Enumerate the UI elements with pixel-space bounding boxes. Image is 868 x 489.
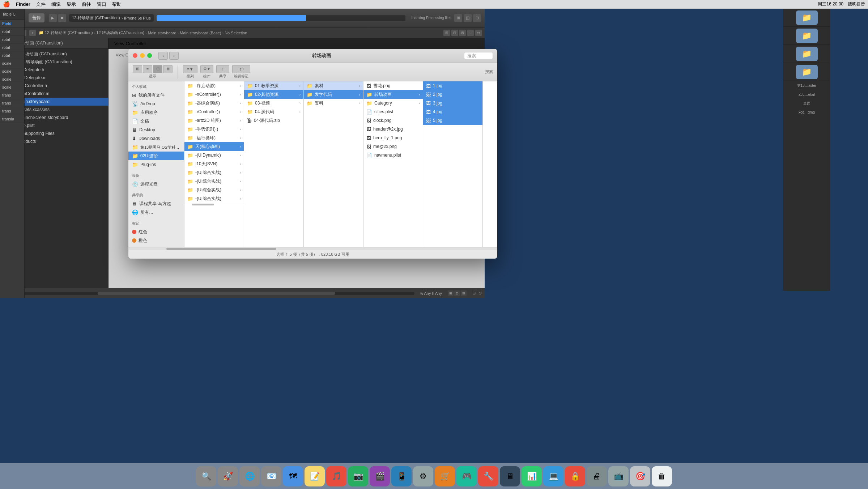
dock-icon-trash[interactable]: 🗑 [652,466,672,486]
col-item[interactable]: 🖼 header@2x.jpg [363,125,423,133]
col-item[interactable]: 🗜 04-源代码.zip [244,116,303,125]
sidebar-13period[interactable]: 📁 第13期黑马iOS学科… [128,143,184,152]
layout-btn1[interactable]: ⊞ [448,290,454,296]
col-item[interactable]: 📁 -(UI综合实战) › [184,177,244,186]
sidebar-remote-disk[interactable]: 💿 远程光盘 [128,180,184,188]
sidebar-all-files[interactable]: ⊞ 我的所有文件 [128,91,184,99]
finder-fullscreen-btn[interactable] [147,53,152,58]
menu-go[interactable]: 前往 [82,1,91,8]
dock-icon-app5[interactable]: 📊 [522,466,542,486]
layout-btn2[interactable]: ⊡ [454,290,460,296]
dock-icon-app8[interactable]: 📺 [608,466,629,486]
dock-icon-app4[interactable]: 🖥 [500,466,520,486]
sidebar-shared-course[interactable]: 🖥 课程共享-马方超 [128,199,184,208]
action-btn[interactable]: ⚙▼ [200,65,213,73]
menu-help[interactable]: 帮助 [112,1,122,8]
finder-scrollbar-h[interactable] [128,247,497,250]
col-item[interactable]: 🖼 me@2x.png [363,142,423,151]
dock-icon-app9[interactable]: 🎯 [630,466,650,486]
col-item-selected[interactable]: 📁 02-其他资源 › [244,90,303,99]
dock-icon-app1[interactable]: 🛒 [435,466,455,486]
col-item[interactable]: 🖼 雪花.png [363,81,423,90]
col-item-selected-1[interactable]: 🖼 1.jpg [423,81,482,90]
col-item[interactable]: 📁 素材 › [304,81,363,90]
right-folder-3[interactable]: 📁 [783,45,830,63]
nav-action3[interactable]: ⊠ [459,30,466,36]
menu-finder[interactable]: Finder [16,1,30,7]
finder-minimize-btn[interactable] [140,53,145,58]
finder-forward-btn[interactable]: › [169,52,179,60]
build-btn[interactable]: ⏹ [58,14,66,22]
col-item[interactable]: 📁 -nController)) › [184,90,244,99]
nav-action4[interactable]: ↔ [467,30,474,36]
bottom-right-btn[interactable]: ⊞ [472,291,476,295]
dock-icon-app3[interactable]: 🔧 [478,466,498,486]
nav-action1[interactable]: ⊞ [443,30,450,36]
col-item[interactable]: 📁 -器综合演练) › [184,99,244,107]
xcode-stop-button[interactable]: 暂停 [29,13,44,22]
sidebar-tag-red[interactable]: 红色 [128,228,184,236]
menu-window[interactable]: 窗口 [97,1,106,8]
right-folder-2[interactable]: 📁 [783,27,830,45]
dock-icon-photos[interactable]: 📷 [348,466,368,486]
view-list-btn[interactable]: ≡ [143,65,152,73]
col-item-selected[interactable]: 📁 天(核心动画) › [184,142,244,151]
dock-icon-prefs[interactable]: ⚙ [413,466,433,486]
dock-icon-xcode[interactable]: 💻 [543,466,563,486]
col-item[interactable]: 📁 -rController)) › [184,107,244,116]
sidebar-downloads[interactable]: ⬇ Downloads [128,134,184,143]
sidebar-applications[interactable]: 📁 应用程序 [128,108,184,117]
finder-close-btn[interactable] [133,53,137,58]
bottom-scrollbar[interactable] [18,292,414,295]
col-item[interactable]: 🖼 clock.png [363,116,423,125]
sidebar-plugins[interactable]: 📁 Plug-ins [128,160,184,169]
dock-icon-safari[interactable]: 🌐 [239,466,260,486]
col-item[interactable]: 📁 Category › [363,99,423,107]
dock-icon-simulator[interactable]: 📱 [391,466,412,486]
tag-btn[interactable]: 🏷 [232,65,250,73]
col-item[interactable]: 📁 -(UIDynamic) › [184,151,244,160]
dock-icon-mail[interactable]: 📧 [261,466,281,486]
col-item[interactable]: 📁 -(UI综合实战) › [184,186,244,194]
col-item[interactable]: 🖼 hero_fly_1.png [363,133,423,142]
nav-action5[interactable]: ⇔ [475,30,482,36]
dock-icon-finder[interactable]: 🔍 [196,466,216,486]
nav-action2[interactable]: ⊟ [451,30,458,36]
col-item[interactable]: 📁 -运行循环) › [184,133,244,142]
col-item-selected-5[interactable]: 🖼 5.jpg [423,116,482,125]
col-item[interactable]: 📁 03-视频 › [244,99,303,107]
col-item[interactable]: 📄 cities.plist [363,107,423,116]
sidebar-documents[interactable]: 📄 文稿 [128,117,184,126]
col-item[interactable]: 📁 -(UI综合实战) › [184,194,244,203]
finder-back-btn[interactable]: ‹ [158,52,168,60]
menu-file[interactable]: 文件 [36,1,46,8]
right-folder-4[interactable]: 📁 [783,63,830,81]
col-item[interactable]: 📁 01-教学资源 › [244,81,303,90]
run-btn[interactable]: ▶ [49,14,57,22]
dock-icon-app2[interactable]: 🎮 [456,466,477,486]
dock-icon-app6[interactable]: 🔒 [565,466,585,486]
col-item[interactable]: 📁 -artz2D 绘图) › [184,116,244,125]
col-item[interactable]: 📁 -手势识别) ) › [184,125,244,133]
col-item[interactable]: 📁 -(UI综合实战) › [184,168,244,177]
col-item-selected-2[interactable]: 🖼 2.jpg [423,90,482,99]
dock-icon-music[interactable]: 🎵 [326,466,346,486]
col-item-selected[interactable]: 📁 转场动画 › [363,90,423,99]
col-item[interactable]: 📄 navmenu.plist [363,151,423,160]
bottom-right-btn2[interactable]: ⊕ [478,291,482,295]
col-item[interactable]: 📁 04-源代码 › [244,107,303,116]
layout-btn3[interactable]: ⊟ [461,290,467,296]
dock-icon-app7[interactable]: 🖨 [587,466,607,486]
sidebar-all-shared[interactable]: 🌐 所有… [128,208,184,217]
sidebar-02ui[interactable]: 📁 02UI进阶 [128,152,184,160]
dock-icon-launchpad[interactable]: 🚀 [218,466,238,486]
view-icon-btn[interactable]: ⊞ [133,65,142,73]
dock-icon-notes[interactable]: 📝 [305,466,325,486]
col-item-selected-3[interactable]: 🖼 3.jpg [423,99,482,107]
col-item[interactable]: 📁 I10天(SVN) › [184,160,244,168]
apple-menu[interactable]: 🍎 [3,1,10,8]
view-toggle-2[interactable]: ◫ [464,14,472,22]
view-cover-btn[interactable]: ⊠ [163,65,173,73]
right-folder-1[interactable]: 📁 [783,9,830,27]
finder-search-input[interactable] [464,52,493,59]
